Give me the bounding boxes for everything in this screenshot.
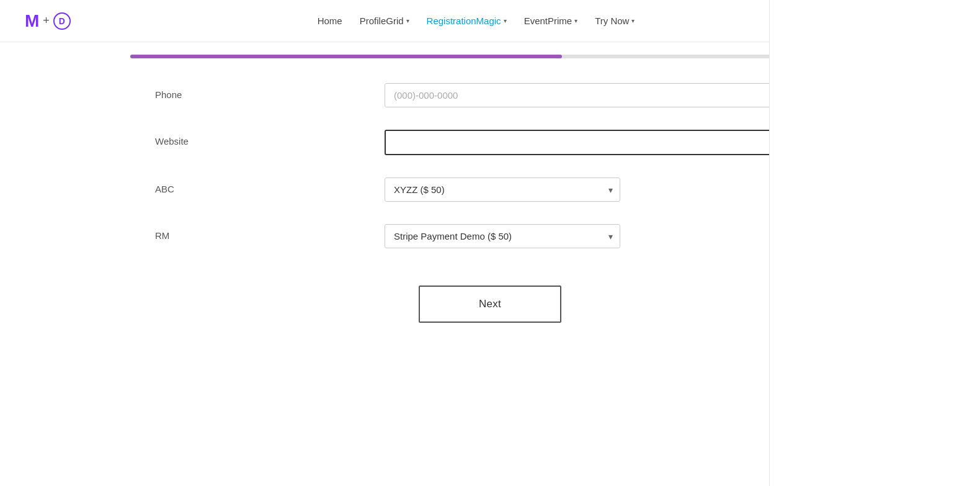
- nav-home-label: Home: [318, 16, 342, 26]
- nav-registrationmagic-chevron: ▾: [504, 17, 507, 24]
- nav-registrationmagic-label: RegistrationMagic: [427, 16, 501, 26]
- logo-d-circle: D: [53, 12, 71, 30]
- nav-trynow[interactable]: Try Now ▾: [595, 16, 635, 26]
- form-row-phone: Phone: [149, 83, 831, 107]
- button-row: Next: [149, 286, 831, 323]
- nav-profilegrid-chevron: ▾: [406, 17, 409, 24]
- nav-trynow-label: Try Now: [595, 16, 629, 26]
- form-row-website: Website: [149, 130, 831, 155]
- nav-profilegrid[interactable]: ProfileGrid ▾: [360, 16, 409, 26]
- abc-select-wrapper: XYZZ ($ 50): [385, 178, 620, 202]
- nav-eventprime-chevron: ▾: [574, 17, 577, 24]
- abc-label: ABC: [149, 178, 385, 194]
- nav-eventprime[interactable]: EventPrime ▾: [524, 16, 578, 26]
- logo-plus-symbol: +: [43, 14, 50, 27]
- next-button[interactable]: Next: [419, 286, 561, 323]
- rm-select[interactable]: Stripe Payment Demo ($ 50): [385, 224, 620, 248]
- page-content: Phone Website ABC XYZZ ($ 50): [105, 42, 875, 360]
- form-container: Phone Website ABC XYZZ ($ 50): [149, 83, 831, 323]
- website-field: [385, 130, 831, 155]
- rm-field: Stripe Payment Demo ($ 50): [385, 224, 831, 248]
- form-row-abc: ABC XYZZ ($ 50): [149, 178, 831, 202]
- website-label: Website: [149, 130, 385, 146]
- nav-trynow-chevron: ▾: [631, 17, 635, 24]
- nav-registrationmagic[interactable]: RegistrationMagic ▾: [427, 16, 507, 26]
- logo-m-letter: M: [25, 12, 39, 30]
- logo: M + D: [25, 12, 71, 30]
- form-row-rm: RM Stripe Payment Demo ($ 50): [149, 224, 831, 248]
- right-sidebar: [769, 0, 980, 486]
- rm-label: RM: [149, 224, 385, 241]
- progress-bar-fill: [130, 55, 562, 58]
- nav-home[interactable]: Home: [318, 16, 342, 26]
- nav-menu: Home ProfileGrid ▾ RegistrationMagic ▾ E…: [318, 16, 635, 26]
- rm-select-wrapper: Stripe Payment Demo ($ 50): [385, 224, 620, 248]
- phone-input[interactable]: [385, 83, 775, 107]
- abc-field: XYZZ ($ 50): [385, 178, 831, 202]
- phone-label: Phone: [149, 83, 385, 100]
- website-input[interactable]: [385, 130, 775, 155]
- phone-field: [385, 83, 831, 107]
- abc-select[interactable]: XYZZ ($ 50): [385, 178, 620, 202]
- nav-eventprime-label: EventPrime: [524, 16, 572, 26]
- nav-profilegrid-label: ProfileGrid: [360, 16, 404, 26]
- progress-bar-container: [130, 55, 850, 58]
